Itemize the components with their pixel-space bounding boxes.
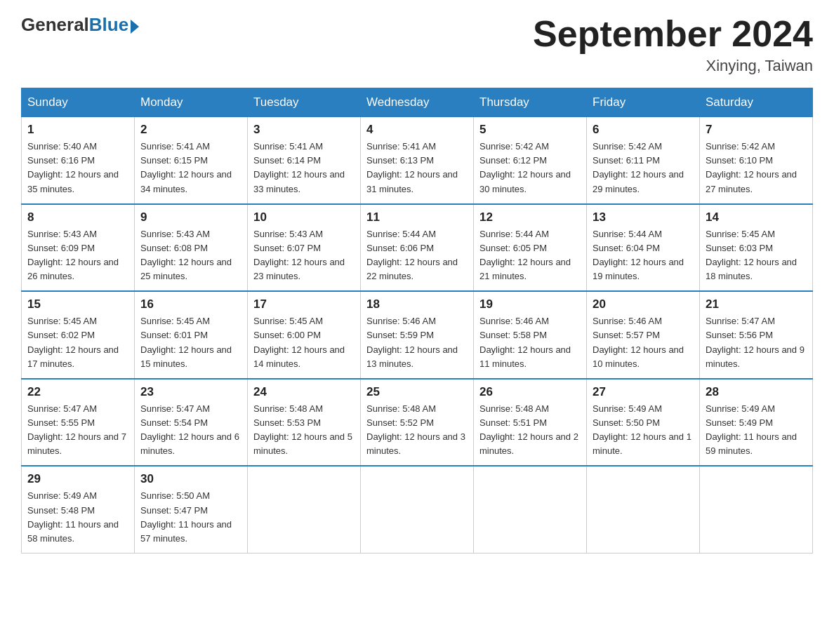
day-number: 3 <box>253 123 355 137</box>
day-cell: 29Sunrise: 5:49 AMSunset: 5:48 PMDayligh… <box>22 466 135 553</box>
calendar-title: September 2024 <box>533 14 813 54</box>
day-info: Sunrise: 5:47 AMSunset: 5:55 PMDaylight:… <box>27 402 128 459</box>
header-monday: Monday <box>135 88 248 117</box>
header-friday: Friday <box>587 88 700 117</box>
day-number: 21 <box>706 297 807 311</box>
day-number: 28 <box>706 385 807 399</box>
day-cell: 5Sunrise: 5:42 AMSunset: 6:12 PMDaylight… <box>474 117 587 204</box>
page-header: General Blue September 2024 Xinying, Tai… <box>21 14 813 75</box>
day-number: 11 <box>366 210 468 224</box>
day-number: 14 <box>706 210 807 224</box>
header-row: SundayMondayTuesdayWednesdayThursdayFrid… <box>22 88 813 117</box>
day-cell: 1Sunrise: 5:40 AMSunset: 6:16 PMDaylight… <box>22 117 135 204</box>
day-info: Sunrise: 5:44 AMSunset: 6:04 PMDaylight:… <box>593 227 694 284</box>
day-number: 26 <box>479 385 581 399</box>
day-cell: 16Sunrise: 5:45 AMSunset: 6:01 PMDayligh… <box>135 291 248 379</box>
day-cell: 6Sunrise: 5:42 AMSunset: 6:11 PMDaylight… <box>587 117 700 204</box>
day-cell: 24Sunrise: 5:48 AMSunset: 5:53 PMDayligh… <box>248 379 361 467</box>
day-info: Sunrise: 5:47 AMSunset: 5:56 PMDaylight:… <box>706 314 807 371</box>
day-cell: 13Sunrise: 5:44 AMSunset: 6:04 PMDayligh… <box>587 204 700 292</box>
day-cell: 14Sunrise: 5:45 AMSunset: 6:03 PMDayligh… <box>700 204 813 292</box>
logo-general-text: General <box>21 14 89 36</box>
day-number: 6 <box>593 123 694 137</box>
day-number: 30 <box>140 472 241 486</box>
day-number: 1 <box>27 123 128 137</box>
day-number: 9 <box>140 210 241 224</box>
day-cell: 3Sunrise: 5:41 AMSunset: 6:14 PMDaylight… <box>248 117 361 204</box>
week-row-2: 8Sunrise: 5:43 AMSunset: 6:09 PMDaylight… <box>22 204 813 292</box>
day-info: Sunrise: 5:47 AMSunset: 5:54 PMDaylight:… <box>140 402 241 459</box>
day-info: Sunrise: 5:42 AMSunset: 6:12 PMDaylight:… <box>479 140 581 196</box>
day-cell: 2Sunrise: 5:41 AMSunset: 6:15 PMDaylight… <box>135 117 248 204</box>
day-info: Sunrise: 5:43 AMSunset: 6:08 PMDaylight:… <box>140 227 241 284</box>
day-info: Sunrise: 5:40 AMSunset: 6:16 PMDaylight:… <box>27 140 128 196</box>
day-number: 19 <box>479 297 581 311</box>
day-info: Sunrise: 5:41 AMSunset: 6:15 PMDaylight:… <box>140 140 241 196</box>
day-cell <box>361 466 474 553</box>
logo: General Blue <box>21 14 139 36</box>
day-number: 27 <box>593 385 694 399</box>
day-info: Sunrise: 5:46 AMSunset: 5:57 PMDaylight:… <box>593 314 694 371</box>
day-cell: 4Sunrise: 5:41 AMSunset: 6:13 PMDaylight… <box>361 117 474 204</box>
day-cell: 30Sunrise: 5:50 AMSunset: 5:47 PMDayligh… <box>135 466 248 553</box>
day-cell: 10Sunrise: 5:43 AMSunset: 6:07 PMDayligh… <box>248 204 361 292</box>
day-cell: 21Sunrise: 5:47 AMSunset: 5:56 PMDayligh… <box>700 291 813 379</box>
day-info: Sunrise: 5:48 AMSunset: 5:52 PMDaylight:… <box>366 402 468 459</box>
header-tuesday: Tuesday <box>248 88 361 117</box>
day-number: 5 <box>479 123 581 137</box>
day-number: 23 <box>140 385 241 399</box>
day-number: 2 <box>140 123 241 137</box>
day-number: 18 <box>366 297 468 311</box>
day-number: 22 <box>27 385 128 399</box>
day-cell: 28Sunrise: 5:49 AMSunset: 5:49 PMDayligh… <box>700 379 813 467</box>
day-cell: 22Sunrise: 5:47 AMSunset: 5:55 PMDayligh… <box>22 379 135 467</box>
header-sunday: Sunday <box>22 88 135 117</box>
day-number: 16 <box>140 297 241 311</box>
logo-blue-text: Blue <box>89 14 128 36</box>
day-cell: 12Sunrise: 5:44 AMSunset: 6:05 PMDayligh… <box>474 204 587 292</box>
header-saturday: Saturday <box>700 88 813 117</box>
day-info: Sunrise: 5:49 AMSunset: 5:49 PMDaylight:… <box>706 402 807 459</box>
day-info: Sunrise: 5:49 AMSunset: 5:48 PMDaylight:… <box>27 489 128 546</box>
day-cell: 19Sunrise: 5:46 AMSunset: 5:58 PMDayligh… <box>474 291 587 379</box>
day-cell: 15Sunrise: 5:45 AMSunset: 6:02 PMDayligh… <box>22 291 135 379</box>
day-info: Sunrise: 5:41 AMSunset: 6:14 PMDaylight:… <box>253 140 355 196</box>
day-cell <box>474 466 587 553</box>
day-info: Sunrise: 5:48 AMSunset: 5:51 PMDaylight:… <box>479 402 581 459</box>
day-number: 13 <box>593 210 694 224</box>
day-number: 15 <box>27 297 128 311</box>
day-info: Sunrise: 5:44 AMSunset: 6:06 PMDaylight:… <box>366 227 468 284</box>
day-number: 12 <box>479 210 581 224</box>
day-number: 24 <box>253 385 355 399</box>
day-info: Sunrise: 5:45 AMSunset: 6:03 PMDaylight:… <box>706 227 807 284</box>
day-cell <box>587 466 700 553</box>
day-info: Sunrise: 5:41 AMSunset: 6:13 PMDaylight:… <box>366 140 468 196</box>
day-info: Sunrise: 5:43 AMSunset: 6:09 PMDaylight:… <box>27 227 128 284</box>
day-info: Sunrise: 5:48 AMSunset: 5:53 PMDaylight:… <box>253 402 355 459</box>
day-number: 7 <box>706 123 807 137</box>
day-number: 4 <box>366 123 468 137</box>
day-number: 10 <box>253 210 355 224</box>
title-section: September 2024 Xinying, Taiwan <box>533 14 813 75</box>
day-cell: 26Sunrise: 5:48 AMSunset: 5:51 PMDayligh… <box>474 379 587 467</box>
day-cell: 7Sunrise: 5:42 AMSunset: 6:10 PMDaylight… <box>700 117 813 204</box>
day-info: Sunrise: 5:42 AMSunset: 6:10 PMDaylight:… <box>706 140 807 196</box>
day-info: Sunrise: 5:50 AMSunset: 5:47 PMDaylight:… <box>140 489 241 546</box>
day-number: 8 <box>27 210 128 224</box>
day-info: Sunrise: 5:42 AMSunset: 6:11 PMDaylight:… <box>593 140 694 196</box>
week-row-4: 22Sunrise: 5:47 AMSunset: 5:55 PMDayligh… <box>22 379 813 467</box>
day-number: 17 <box>253 297 355 311</box>
day-cell: 8Sunrise: 5:43 AMSunset: 6:09 PMDaylight… <box>22 204 135 292</box>
day-cell: 27Sunrise: 5:49 AMSunset: 5:50 PMDayligh… <box>587 379 700 467</box>
location: Xinying, Taiwan <box>533 57 813 75</box>
day-cell: 9Sunrise: 5:43 AMSunset: 6:08 PMDaylight… <box>135 204 248 292</box>
day-number: 20 <box>593 297 694 311</box>
day-cell <box>248 466 361 553</box>
day-cell: 25Sunrise: 5:48 AMSunset: 5:52 PMDayligh… <box>361 379 474 467</box>
day-cell: 20Sunrise: 5:46 AMSunset: 5:57 PMDayligh… <box>587 291 700 379</box>
week-row-3: 15Sunrise: 5:45 AMSunset: 6:02 PMDayligh… <box>22 291 813 379</box>
day-cell: 18Sunrise: 5:46 AMSunset: 5:59 PMDayligh… <box>361 291 474 379</box>
day-info: Sunrise: 5:45 AMSunset: 6:02 PMDaylight:… <box>27 314 128 371</box>
header-wednesday: Wednesday <box>361 88 474 117</box>
day-cell: 17Sunrise: 5:45 AMSunset: 6:00 PMDayligh… <box>248 291 361 379</box>
